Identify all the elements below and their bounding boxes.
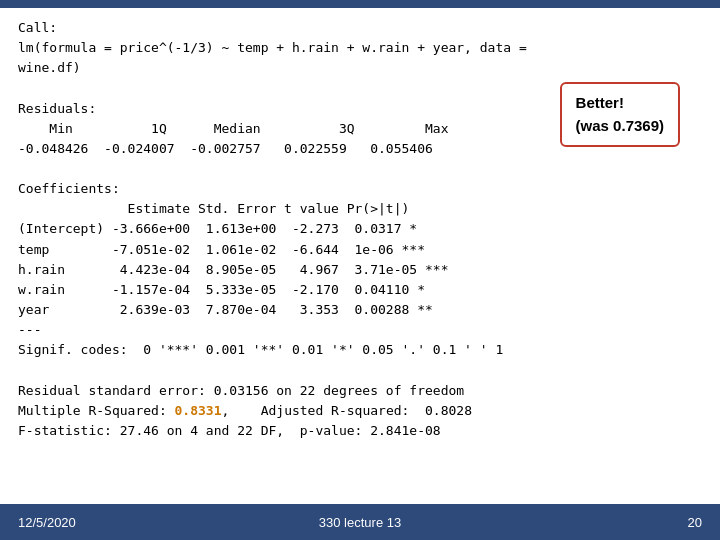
footer-title: 330 lecture 13	[319, 515, 401, 530]
code-text-before: Call: lm(formula = price^(-1/3) ~ temp +…	[18, 20, 527, 418]
r-squared-value: 0.8331	[175, 403, 222, 418]
main-content: Call: lm(formula = price^(-1/3) ~ temp +…	[0, 8, 720, 441]
top-bar	[0, 0, 720, 8]
tooltip-line1: Better!	[576, 92, 664, 115]
footer-date: 12/5/2020	[18, 515, 76, 530]
footer-bar: 12/5/2020 330 lecture 13 20	[0, 504, 720, 540]
footer-page: 20	[688, 515, 702, 530]
tooltip-line2: (was 0.7369)	[576, 115, 664, 138]
tooltip-box: Better! (was 0.7369)	[560, 82, 680, 147]
